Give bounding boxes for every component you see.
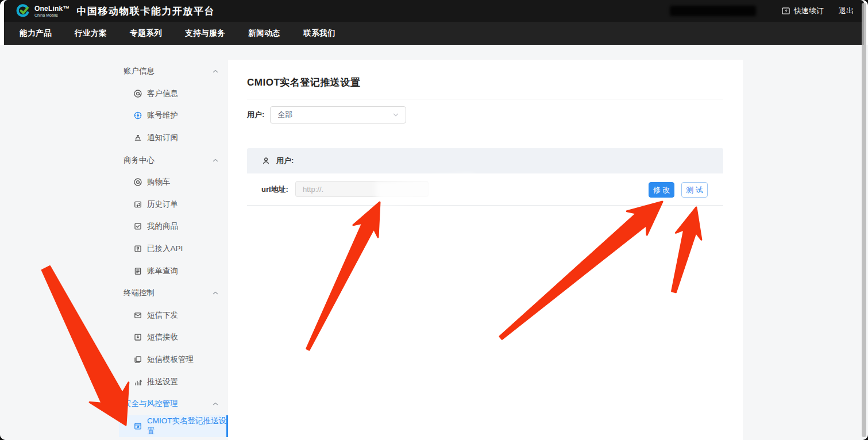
nav-item-topics[interactable]: 专题系列 xyxy=(130,28,162,38)
sidebar-item-sms-send[interactable]: 短信下发 xyxy=(119,304,228,327)
sidebar-item-shopping-cart[interactable]: 购物车 xyxy=(119,171,228,194)
url-redaction-smudge xyxy=(376,175,475,206)
url-label: url地址: xyxy=(261,184,288,195)
user-filter-label: 用户: xyxy=(247,110,264,120)
sidebar-section-security-risk[interactable]: 安全与风控管理 xyxy=(119,393,228,415)
nav-item-products[interactable]: 能力产品 xyxy=(20,28,52,38)
sidebar-item-account-maintenance[interactable]: 账号维护 xyxy=(119,105,228,127)
test-button[interactable]: 测 试 xyxy=(681,182,708,198)
sidebar-section-business-center[interactable]: 商务中心 xyxy=(119,149,228,171)
sidebar-section-label: 安全与风控管理 xyxy=(124,399,178,409)
sidebar-item-cmiot-realname-push[interactable]: CMIOT实名登记推送设置 xyxy=(119,415,228,438)
bill-icon xyxy=(133,267,142,276)
sidebar-item-bill-query[interactable]: 账单查询 xyxy=(119,260,228,282)
brand-logo[interactable]: OneLink™ China Mobile xyxy=(16,3,70,18)
user-select[interactable]: 全部 xyxy=(270,106,406,123)
api-icon xyxy=(133,244,142,253)
nav-item-contact[interactable]: 联系我们 xyxy=(303,28,335,38)
chevron-down-icon xyxy=(391,110,400,119)
person-icon xyxy=(261,156,271,165)
cart-icon xyxy=(133,177,142,187)
url-value: http://. xyxy=(303,185,323,194)
sidebar-item-label: 已接入API xyxy=(147,244,183,254)
sidebar-item-sms-receive[interactable]: 短信接收 xyxy=(119,326,228,349)
sms-send-icon xyxy=(133,311,142,320)
sidebar-item-notification-subscription[interactable]: 通知订阅 xyxy=(119,127,228,149)
sidebar-item-label: 短信模板管理 xyxy=(147,354,194,365)
logout-button[interactable]: 退出 xyxy=(839,6,854,16)
push-icon xyxy=(133,377,142,387)
sidebar-item-label: 客户信息 xyxy=(147,88,178,99)
page-content: 账户信息客户信息账号维护通知订阅商务中心购物车历史订单我的商品已接入API账单查… xyxy=(0,45,868,440)
brand-text: OneLink™ China Mobile xyxy=(34,5,70,17)
user-select-value: 全部 xyxy=(277,110,292,120)
page-scrollbar[interactable] xyxy=(862,3,866,437)
sidebar-section-account-info[interactable]: 账户信息 xyxy=(119,60,228,83)
onelink-logo-icon xyxy=(16,3,30,18)
history-icon xyxy=(133,200,142,209)
sidebar-item-sms-template[interactable]: 短信模板管理 xyxy=(119,349,228,371)
chevron-up-icon xyxy=(211,399,220,408)
sidebar-item-label: 短信下发 xyxy=(147,310,178,321)
brand-name: OneLink™ xyxy=(34,5,70,12)
sidebar-item-label: 推送设置 xyxy=(147,377,178,387)
nav-item-news[interactable]: 新闻动态 xyxy=(248,28,280,38)
sidebar-item-history-orders[interactable]: 历史订单 xyxy=(119,194,228,216)
quick-renew-button[interactable]: 快速续订 xyxy=(781,6,824,16)
sidebar-item-label: CMIOT实名登记推送设置 xyxy=(147,416,226,437)
sidebar-section-label: 终端控制 xyxy=(124,288,155,298)
modify-button[interactable]: 修 改 xyxy=(649,182,674,198)
quick-renew-icon xyxy=(781,6,790,16)
at-icon xyxy=(133,89,142,98)
top-bar: OneLink™ China Mobile 中国移动物联卡能力开放平台 快速续订… xyxy=(4,0,864,22)
panel-body: url地址: http://. 修 改 测 试 xyxy=(247,173,723,206)
redacted-username xyxy=(670,6,756,16)
chevron-up-icon xyxy=(211,67,220,76)
sidebar-item-customer-info[interactable]: 客户信息 xyxy=(119,83,228,105)
main-nav: 能力产品行业方案专题系列支持与服务新闻动态联系我们 xyxy=(4,22,864,45)
push-config-panel: 用户: url地址: http://. 修 改 测 试 xyxy=(247,148,723,206)
main-card: CMIOT实名登记推送设置 用户: 全部 用户: xyxy=(228,60,743,440)
app-window: OneLink™ China Mobile 中国移动物联卡能力开放平台 快速续订… xyxy=(0,0,868,440)
sidebar-item-connected-api[interactable]: 已接入API xyxy=(119,238,228,260)
sidebar: 账户信息客户信息账号维护通知订阅商务中心购物车历史订单我的商品已接入API账单查… xyxy=(119,60,228,437)
sidebar-item-label: 账单查询 xyxy=(147,266,178,276)
sidebar-item-label: 购物车 xyxy=(147,177,171,187)
nav-item-support[interactable]: 支持与服务 xyxy=(185,28,225,38)
user-filter-row: 用户: 全部 xyxy=(247,106,406,123)
sidebar-item-label: 短信接收 xyxy=(147,332,178,342)
brand-subtitle: China Mobile xyxy=(34,13,70,17)
panel-user-label: 用户: xyxy=(276,156,294,166)
nav-item-industry-solutions[interactable]: 行业方案 xyxy=(75,28,107,38)
gear-icon xyxy=(133,111,142,120)
top-right-actions: 快速续订 退出 xyxy=(670,0,854,22)
cmiot-icon xyxy=(133,422,142,431)
chevron-up-icon xyxy=(211,288,220,298)
chevron-up-icon xyxy=(211,156,220,165)
logout-label: 退出 xyxy=(839,6,854,16)
bell-icon xyxy=(133,133,142,142)
sidebar-section-label: 商务中心 xyxy=(124,155,155,165)
page-title: CMIOT实名登记推送设置 xyxy=(247,76,360,89)
sidebar-item-my-products[interactable]: 我的商品 xyxy=(119,215,228,238)
sidebar-item-label: 我的商品 xyxy=(147,221,178,231)
sidebar-item-label: 通知订阅 xyxy=(147,133,178,143)
sidebar-item-label: 历史订单 xyxy=(147,199,178,210)
sms-receive-icon xyxy=(133,333,142,342)
sidebar-item-label: 账号维护 xyxy=(147,110,178,121)
goods-icon xyxy=(133,222,142,231)
sidebar-item-push-settings[interactable]: 推送设置 xyxy=(119,370,228,393)
title-divider xyxy=(247,99,723,99)
site-title: 中国移动物联卡能力开放平台 xyxy=(77,5,215,18)
sidebar-section-terminal-control[interactable]: 终端控制 xyxy=(119,282,228,304)
url-input[interactable]: http://. xyxy=(295,181,429,197)
panel-header: 用户: xyxy=(247,148,723,173)
template-icon xyxy=(133,355,142,364)
quick-renew-label: 快速续订 xyxy=(794,6,824,16)
sidebar-section-label: 账户信息 xyxy=(124,66,155,76)
